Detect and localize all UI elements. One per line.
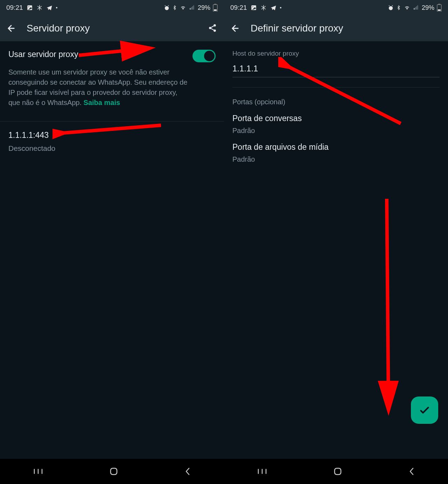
toggle-knob bbox=[204, 51, 215, 61]
content-area: Host do servidor proxy Portas (opcional)… bbox=[224, 41, 448, 459]
host-label: Host do servidor proxy bbox=[232, 50, 440, 57]
wifi-icon bbox=[404, 5, 411, 10]
svg-point-23 bbox=[389, 6, 393, 10]
status-dot: • bbox=[280, 5, 282, 10]
proxy-entry[interactable]: 1.1.1.1:443 Desconectado bbox=[0, 121, 224, 162]
svg-rect-6 bbox=[193, 5, 194, 9]
page-title: Definir servidor proxy bbox=[251, 23, 442, 34]
wifi-icon bbox=[180, 5, 187, 10]
svg-point-11 bbox=[209, 27, 211, 29]
status-dot: • bbox=[56, 5, 58, 10]
snowflake-icon bbox=[260, 5, 267, 11]
nav-recents[interactable] bbox=[257, 468, 267, 475]
alarm-icon bbox=[388, 5, 394, 11]
svg-rect-5 bbox=[192, 6, 193, 9]
nav-bar bbox=[0, 459, 224, 484]
snowflake-icon bbox=[36, 5, 43, 11]
svg-point-1 bbox=[28, 6, 29, 7]
battery-percentage: 29% bbox=[422, 4, 434, 12]
svg-rect-9 bbox=[214, 9, 217, 11]
status-time: 09:21 bbox=[6, 4, 23, 12]
chat-port-row[interactable]: Porta de conversas Padrão bbox=[232, 114, 440, 135]
signal-icon bbox=[413, 5, 419, 10]
svg-rect-38 bbox=[335, 468, 341, 475]
svg-point-12 bbox=[214, 29, 216, 32]
chat-port-title: Porta de conversas bbox=[232, 114, 440, 123]
media-port-value: Padrão bbox=[232, 155, 440, 163]
signal-icon bbox=[189, 5, 195, 10]
svg-line-34 bbox=[387, 199, 388, 409]
gallery-icon bbox=[251, 5, 257, 11]
svg-point-10 bbox=[214, 24, 216, 27]
content-area: Usar servidor proxy Somente use um servi… bbox=[0, 41, 224, 459]
svg-point-2 bbox=[165, 6, 169, 10]
battery-icon bbox=[437, 4, 442, 12]
app-header: Servidor proxy bbox=[0, 15, 224, 41]
nav-bar bbox=[224, 459, 448, 484]
telegram-icon bbox=[46, 5, 52, 11]
nav-home[interactable] bbox=[333, 467, 342, 476]
bluetooth-icon bbox=[396, 5, 401, 11]
ports-section-title: Portas (opcional) bbox=[232, 98, 440, 106]
learn-more-link[interactable]: Saiba mais bbox=[84, 99, 120, 106]
svg-rect-4 bbox=[191, 7, 192, 10]
phone-right: 09:21 • 29% bbox=[224, 0, 448, 484]
nav-home[interactable] bbox=[109, 467, 118, 476]
status-time: 09:21 bbox=[230, 4, 247, 12]
svg-point-22 bbox=[252, 6, 253, 7]
svg-rect-30 bbox=[438, 9, 441, 11]
app-header: Definir servidor proxy bbox=[224, 15, 448, 41]
alarm-icon bbox=[164, 5, 170, 11]
use-proxy-row[interactable]: Usar servidor proxy bbox=[8, 50, 216, 62]
gallery-icon bbox=[27, 5, 33, 11]
page-title: Servidor proxy bbox=[27, 23, 197, 34]
svg-rect-25 bbox=[415, 7, 416, 10]
svg-rect-3 bbox=[190, 8, 190, 9]
svg-rect-26 bbox=[416, 6, 417, 9]
battery-icon bbox=[213, 4, 218, 12]
status-bar: 09:21 • 29% bbox=[224, 0, 448, 15]
use-proxy-label: Usar servidor proxy bbox=[8, 50, 78, 59]
media-port-title: Porta de arquivos de mídia bbox=[232, 142, 440, 152]
battery-percentage: 29% bbox=[198, 4, 210, 12]
media-port-row[interactable]: Porta de arquivos de mídia Padrão bbox=[232, 142, 440, 163]
share-button[interactable] bbox=[208, 23, 218, 33]
nav-back[interactable] bbox=[184, 467, 191, 476]
status-bar: 09:21 • 29% bbox=[0, 0, 224, 15]
divider bbox=[232, 87, 440, 87]
annotation-arrow-fab bbox=[374, 195, 402, 419]
svg-rect-24 bbox=[414, 8, 414, 9]
chat-port-value: Padrão bbox=[232, 127, 440, 135]
nav-recents[interactable] bbox=[33, 468, 43, 475]
back-button[interactable] bbox=[6, 23, 16, 33]
confirm-fab[interactable] bbox=[411, 397, 438, 424]
proxy-address: 1.1.1.1:443 bbox=[8, 131, 216, 140]
use-proxy-toggle[interactable] bbox=[192, 50, 216, 62]
back-button[interactable] bbox=[230, 23, 240, 33]
proxy-description: Somente use um servidor proxy se você nã… bbox=[8, 67, 190, 108]
telegram-icon bbox=[270, 5, 276, 11]
svg-rect-27 bbox=[417, 5, 418, 9]
host-input[interactable] bbox=[232, 62, 440, 77]
proxy-status: Desconectado bbox=[8, 144, 216, 153]
nav-back[interactable] bbox=[408, 467, 415, 476]
bluetooth-icon bbox=[172, 5, 177, 11]
phone-left: 09:21 • 29% bbox=[0, 0, 224, 484]
svg-rect-20 bbox=[111, 468, 117, 475]
